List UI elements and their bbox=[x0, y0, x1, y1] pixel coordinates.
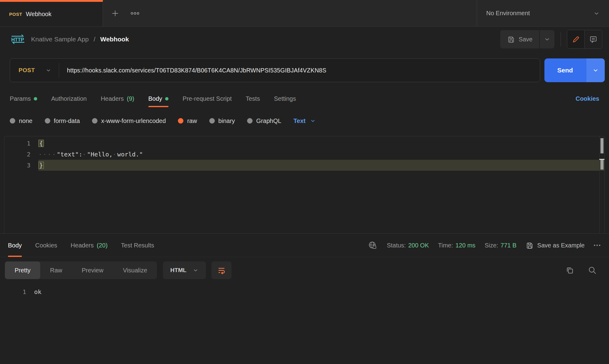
toolbar-divider bbox=[561, 32, 561, 46]
radio-binary[interactable]: binary bbox=[209, 117, 235, 124]
url-row: POST https://hooks.slack.com/services/T0… bbox=[10, 58, 605, 82]
response-body[interactable]: 1 ok bbox=[0, 279, 609, 297]
size-value[interactable]: 771 B bbox=[501, 242, 516, 249]
svg-text:HTTP: HTTP bbox=[11, 37, 24, 42]
new-tab-button[interactable] bbox=[111, 9, 119, 18]
wrap-lines-button[interactable] bbox=[211, 261, 232, 279]
radio-label: binary bbox=[218, 117, 235, 124]
tab-options-button[interactable] bbox=[130, 12, 140, 15]
request-body-editor[interactable]: 1 { 2 ····"text":·"Hello,·world." 3 } bbox=[4, 136, 605, 233]
raw-language-selector[interactable]: Text bbox=[293, 117, 316, 124]
tab-headers[interactable]: Headers (9) bbox=[101, 90, 134, 107]
whitespace-dots: ···· bbox=[38, 151, 57, 158]
line-number: 2 bbox=[4, 151, 38, 158]
save-as-example-label: Save as Example bbox=[537, 242, 585, 249]
editor-line-2: 2 ····"text":·"Hello,·world." bbox=[4, 149, 604, 160]
size-pair: Size: 771 B bbox=[485, 242, 517, 249]
request-toolbar-row: HTTP Knative Sample App / Webhook Save bbox=[0, 27, 609, 52]
code-line: ····"text":·"Hello,·world." bbox=[38, 149, 604, 160]
tab-label: Body bbox=[8, 242, 22, 249]
scrollbar-thumb[interactable] bbox=[600, 138, 604, 153]
line-number: 1 bbox=[0, 288, 34, 296]
json-value: world." bbox=[117, 151, 143, 158]
send-button[interactable]: Send bbox=[544, 58, 586, 82]
editor-line-3-current: 3 } bbox=[4, 160, 604, 171]
chevron-down-icon bbox=[592, 67, 599, 74]
radio-none[interactable]: none bbox=[10, 117, 33, 124]
tab-settings[interactable]: Settings bbox=[274, 90, 296, 107]
method-label: POST bbox=[19, 67, 35, 74]
request-tab-webhook[interactable]: POST Webhook bbox=[0, 0, 103, 26]
editor-scrollbar[interactable] bbox=[599, 136, 604, 233]
time-value[interactable]: 120 ms bbox=[455, 242, 476, 249]
copy-response-button[interactable] bbox=[565, 266, 574, 275]
response-format-selector[interactable]: HTML bbox=[163, 261, 206, 279]
network-info-button[interactable] bbox=[368, 241, 377, 250]
whitespace-dot: · bbox=[82, 151, 87, 158]
tab-actions bbox=[103, 0, 140, 26]
radio-label: GraphQL bbox=[256, 117, 281, 124]
environment-selector[interactable]: No Environment bbox=[477, 0, 609, 26]
radio-circle bbox=[10, 118, 15, 124]
cursor-position-marker bbox=[599, 159, 604, 170]
search-response-button[interactable] bbox=[588, 266, 597, 275]
tab-label: Test Results bbox=[121, 242, 154, 249]
method-selector[interactable]: POST bbox=[10, 67, 59, 74]
tab-label: Authorization bbox=[51, 95, 87, 102]
tab-pre-request-script[interactable]: Pre-request Script bbox=[182, 90, 232, 107]
tab-label: Headers bbox=[101, 95, 124, 102]
editor-line-1: 1 { bbox=[4, 138, 604, 149]
tab-label: Params bbox=[10, 95, 31, 102]
save-icon bbox=[526, 241, 533, 249]
send-options-button[interactable] bbox=[586, 58, 605, 82]
radio-circle bbox=[209, 118, 215, 124]
postman-window: POST Webhook No Environment HTTP bbox=[0, 0, 609, 364]
raw-language-label: Text bbox=[293, 117, 306, 124]
save-options-button[interactable] bbox=[540, 30, 554, 48]
tab-label: Tests bbox=[246, 95, 260, 102]
tab-title: Webhook bbox=[26, 11, 51, 18]
response-options-button[interactable] bbox=[593, 244, 601, 247]
chevron-down-icon bbox=[593, 10, 600, 17]
radio-circle bbox=[92, 118, 97, 124]
radio-label: none bbox=[19, 117, 33, 124]
radio-graphql[interactable]: GraphQL bbox=[247, 117, 281, 124]
save-as-example-button[interactable]: Save as Example bbox=[526, 241, 585, 249]
tabs-spacer bbox=[310, 90, 575, 107]
radio-raw[interactable]: raw bbox=[178, 117, 197, 124]
tab-body[interactable]: Body bbox=[148, 90, 169, 107]
radio-urlencoded[interactable]: x-www-form-urlencoded bbox=[92, 117, 166, 124]
doc-comment-group bbox=[567, 30, 602, 49]
status-value[interactable]: 200 OK bbox=[408, 242, 429, 249]
response-tab-body[interactable]: Body bbox=[8, 234, 22, 257]
response-tab-test-results[interactable]: Test Results bbox=[121, 234, 154, 257]
whitespace-dot: · bbox=[113, 151, 117, 158]
breadcrumb-request-name[interactable]: Webhook bbox=[100, 36, 129, 43]
url-input[interactable]: https://hooks.slack.com/services/T06TD83… bbox=[59, 67, 326, 74]
breadcrumb-separator: / bbox=[94, 36, 95, 43]
save-button[interactable]: Save bbox=[500, 30, 539, 48]
url-bar: POST https://hooks.slack.com/services/T0… bbox=[10, 58, 540, 82]
environment-dropdown[interactable] bbox=[593, 10, 600, 17]
tab-tests[interactable]: Tests bbox=[246, 90, 260, 107]
tab-params[interactable]: Params bbox=[10, 90, 37, 107]
response-tab-headers[interactable]: Headers (20) bbox=[71, 234, 108, 257]
environment-name: No Environment bbox=[486, 10, 590, 17]
size-label: Size: bbox=[485, 242, 498, 249]
tab-bar: POST Webhook No Environment bbox=[0, 0, 609, 27]
response-header-spacer bbox=[168, 234, 368, 257]
radio-form-data[interactable]: form-data bbox=[45, 117, 80, 124]
comments-button[interactable] bbox=[585, 30, 602, 48]
radio-circle bbox=[45, 118, 50, 124]
view-preview[interactable]: Preview bbox=[72, 261, 113, 279]
cookies-link[interactable]: Cookies bbox=[575, 90, 599, 107]
view-visualize[interactable]: Visualize bbox=[113, 261, 157, 279]
response-tab-cookies[interactable]: Cookies bbox=[35, 234, 57, 257]
view-raw[interactable]: Raw bbox=[40, 261, 72, 279]
more-options-icon bbox=[593, 244, 601, 247]
view-pretty[interactable]: Pretty bbox=[5, 261, 40, 279]
breadcrumb-collection[interactable]: Knative Sample App bbox=[31, 36, 89, 43]
request-tabs: Params Authorization Headers (9) Body Pr… bbox=[0, 90, 609, 107]
tab-authorization[interactable]: Authorization bbox=[51, 90, 87, 107]
edit-description-button[interactable] bbox=[567, 30, 585, 48]
